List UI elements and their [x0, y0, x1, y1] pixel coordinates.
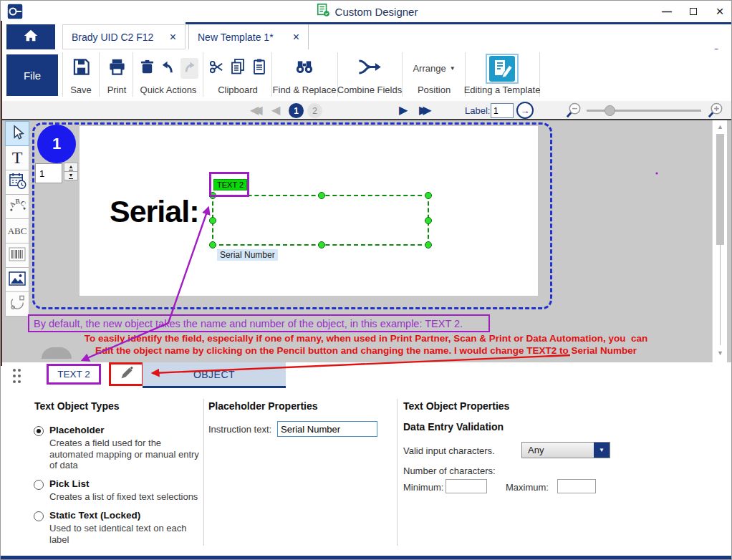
- redo-icon[interactable]: [180, 58, 198, 79]
- placeholder-option-label[interactable]: Placeholder: [49, 425, 105, 435]
- scroll-down-icon[interactable]: ▼: [713, 349, 728, 357]
- object-instruction-caption: Serial Number: [217, 249, 278, 261]
- handle-bottom-right[interactable]: [425, 241, 432, 248]
- handle-middle-right[interactable]: [425, 217, 432, 224]
- quick-actions-group: Quick Actions: [135, 54, 201, 97]
- tool-palette: T ABC ABC: [5, 122, 29, 317]
- combine-fields-icon: [357, 58, 382, 79]
- text-object-selection[interactable]: [212, 195, 429, 246]
- find-replace-button[interactable]: Find & Replace: [274, 54, 335, 97]
- arrow-right-icon: →: [521, 105, 530, 116]
- tab-label: Brady UID C2 F12: [72, 32, 153, 43]
- pointer-icon: [9, 124, 26, 143]
- tool-text-box[interactable]: ABC: [5, 218, 29, 243]
- undo-icon[interactable]: [160, 59, 176, 78]
- text-object-types-header: Text Object Types: [34, 400, 120, 412]
- handle-top-right[interactable]: [425, 192, 432, 199]
- tab-close-icon[interactable]: ×: [293, 31, 299, 44]
- copies-value[interactable]: 1: [35, 163, 62, 183]
- handle-bottom-center[interactable]: [318, 241, 325, 248]
- tool-image[interactable]: [5, 267, 29, 292]
- find-replace-label: Find & Replace: [273, 85, 337, 95]
- tool-date-time[interactable]: [5, 170, 29, 195]
- printer-icon: [107, 57, 127, 79]
- scroll-up-icon[interactable]: ▲: [713, 123, 728, 130]
- design-canvas-area: T ABC ABC: [1, 120, 732, 362]
- zoom-out-icon[interactable]: [565, 102, 583, 122]
- tool-text[interactable]: T: [5, 145, 29, 170]
- static-serial-text[interactable]: Serial:: [110, 194, 198, 229]
- combine-fields-button[interactable]: Combine Fields: [340, 54, 399, 97]
- clipboard-group: Clipboard: [206, 54, 270, 97]
- scrollbar-thumb[interactable]: [716, 134, 724, 245]
- copies-spinner: 1 ▲ ▼: [35, 163, 78, 183]
- canvas-scrollbar[interactable]: ▲ ▼: [712, 120, 727, 362]
- first-record-icon[interactable]: ◀◀: [250, 105, 263, 116]
- static-text-option-label[interactable]: Static Text (Locked): [49, 510, 140, 521]
- dropdown-caret-icon[interactable]: ▼: [594, 443, 610, 458]
- tool-barcode[interactable]: [5, 243, 29, 268]
- record-2-dot[interactable]: 2: [307, 103, 322, 118]
- handle-middle-left[interactable]: [209, 217, 216, 224]
- annotation-tag-outline: [209, 172, 249, 197]
- save-button[interactable]: Save: [65, 54, 97, 97]
- valid-chars-dropdown[interactable]: Any ▼: [521, 442, 610, 458]
- pick-list-option-label[interactable]: Pick List: [49, 478, 90, 489]
- tab-brady-uid[interactable]: Brady UID C2 F12 ×: [62, 24, 186, 49]
- data-entry-validation-header: Data Entry Validation: [403, 421, 504, 433]
- maximum-input[interactable]: [557, 479, 596, 493]
- delete-icon[interactable]: [139, 59, 155, 78]
- abc-text-icon: ABC: [8, 226, 27, 237]
- home-icon: [23, 28, 39, 47]
- tool-curved-text[interactable]: ABC: [5, 194, 29, 219]
- tool-shape[interactable]: [5, 291, 29, 317]
- rename-pencil-button[interactable]: [109, 362, 144, 386]
- zoom-slider-track[interactable]: [587, 110, 701, 112]
- close-button[interactable]: ×: [709, 1, 731, 22]
- arrange-label: Arrange: [413, 63, 446, 74]
- zoom-in-icon[interactable]: [707, 102, 725, 122]
- drag-grip-icon[interactable]: [13, 369, 21, 384]
- pencil-icon: [120, 366, 134, 383]
- zoom-slider-thumb[interactable]: [605, 105, 615, 116]
- editing-template-button[interactable]: Editing a Template: [468, 54, 536, 97]
- file-button[interactable]: File: [6, 54, 58, 96]
- go-to-label-button[interactable]: →: [516, 102, 534, 119]
- annotation-red-note-line1: To easily identify the field, especially…: [44, 332, 688, 344]
- print-button[interactable]: Print: [101, 54, 133, 97]
- handle-bottom-left[interactable]: [209, 241, 216, 248]
- static-text-option-desc: Used to set identical text on each label: [49, 523, 187, 545]
- label-number-input[interactable]: [491, 103, 514, 118]
- radio-pick-list[interactable]: [34, 480, 44, 490]
- ribbon-separator: [203, 52, 203, 97]
- tab-new-template[interactable]: New Template 1* ×: [188, 24, 309, 49]
- home-button[interactable]: [6, 24, 55, 49]
- paste-icon[interactable]: [251, 58, 268, 78]
- bottom-accent-strip: [1, 556, 732, 560]
- spin-down-button[interactable]: ▼: [64, 171, 78, 180]
- last-record-icon[interactable]: ▶▶: [419, 105, 432, 116]
- radio-static-text[interactable]: [34, 511, 44, 521]
- minimize-button[interactable]: —: [656, 1, 678, 22]
- cut-icon[interactable]: [208, 59, 225, 78]
- tab-close-icon[interactable]: ×: [170, 31, 176, 44]
- barcode-icon: [9, 247, 26, 264]
- previous-record-icon[interactable]: ◀: [271, 105, 280, 116]
- object-tab[interactable]: OBJECT: [143, 362, 286, 386]
- save-label: Save: [70, 85, 92, 95]
- copy-icon[interactable]: [229, 58, 246, 78]
- chevron-down-icon: ▼: [450, 65, 456, 72]
- pick-list-option-desc: Creates a list of fixed text selections: [49, 491, 198, 503]
- maximize-button[interactable]: [683, 1, 704, 22]
- radio-placeholder[interactable]: [34, 426, 44, 436]
- triangle-down-icon: ▼: [69, 173, 74, 179]
- minimum-input[interactable]: [446, 479, 487, 493]
- record-1-dot[interactable]: 1: [289, 103, 304, 118]
- text2-object-tab[interactable]: TEXT 2: [47, 364, 101, 385]
- number-of-chars-label: Number of characters:: [403, 465, 496, 476]
- handle-top-center[interactable]: [318, 192, 325, 199]
- instruction-text-input[interactable]: [277, 421, 377, 437]
- arrange-dropdown[interactable]: Arrange ▼: [413, 54, 455, 82]
- next-record-icon[interactable]: ▶: [399, 105, 408, 116]
- tool-select[interactable]: [5, 121, 29, 146]
